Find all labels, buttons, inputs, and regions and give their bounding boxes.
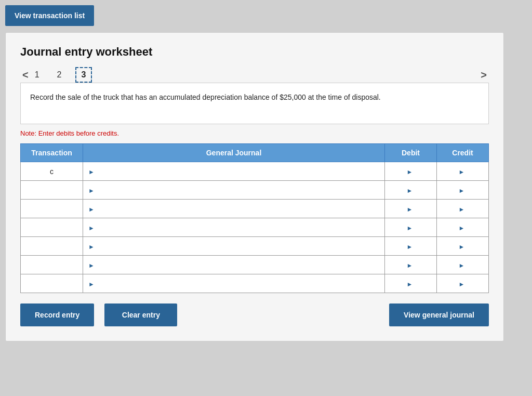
clear-entry-button[interactable]: Clear entry: [104, 303, 177, 326]
journal-cell[interactable]: ►: [83, 218, 385, 237]
tab-1[interactable]: 1: [31, 68, 44, 82]
view-general-journal-button[interactable]: View general journal: [389, 303, 489, 326]
transaction-cell[interactable]: [21, 237, 83, 256]
tab-3[interactable]: 3: [75, 67, 92, 83]
transaction-cell[interactable]: c: [21, 162, 83, 181]
view-transaction-button[interactable]: View transaction list: [5, 5, 94, 26]
arrow-marker: ►: [407, 262, 413, 269]
credit-cell[interactable]: ►: [437, 256, 489, 274]
debit-cell[interactable]: ►: [385, 237, 437, 256]
credit-cell[interactable]: ►: [437, 181, 489, 200]
table-row: ►►►: [21, 274, 489, 293]
col-header-general-journal: General Journal: [83, 144, 385, 162]
journal-cell[interactable]: ►: [83, 200, 385, 218]
transaction-cell[interactable]: [21, 218, 83, 237]
journal-cell[interactable]: ►: [83, 162, 385, 181]
table-row: ►►►: [21, 237, 489, 256]
prev-tab-button[interactable]: <: [20, 69, 31, 81]
table-row: ►►►: [21, 200, 489, 218]
journal-cell[interactable]: ►: [83, 256, 385, 274]
arrow-marker: ►: [459, 187, 465, 194]
main-card: Journal entry worksheet < 1 2 3 > Record…: [5, 32, 504, 341]
worksheet-title: Journal entry worksheet: [20, 45, 489, 59]
arrow-marker: ►: [88, 168, 95, 176]
arrow-marker: ►: [88, 262, 95, 269]
debit-cell[interactable]: ►: [385, 218, 437, 237]
credit-cell[interactable]: ►: [437, 162, 489, 181]
table-row: ►►►: [21, 256, 489, 274]
description-box: Record the sale of the truck that has an…: [20, 83, 489, 124]
arrow-marker: ►: [88, 225, 95, 232]
arrow-marker: ►: [407, 281, 413, 288]
arrow-marker: ►: [407, 243, 413, 250]
journal-cell[interactable]: ►: [83, 274, 385, 293]
arrow-marker: ►: [459, 262, 465, 269]
debit-cell[interactable]: ►: [385, 274, 437, 293]
record-entry-button[interactable]: Record entry: [20, 303, 94, 326]
debit-cell[interactable]: ►: [385, 256, 437, 274]
tab-navigation: < 1 2 3 >: [20, 67, 489, 83]
table-row: c►►►: [21, 162, 489, 181]
arrow-marker: ►: [459, 168, 465, 176]
arrow-marker: ►: [459, 281, 465, 288]
arrow-marker: ►: [459, 225, 465, 232]
col-header-debit: Debit: [385, 144, 437, 162]
debit-cell[interactable]: ►: [385, 181, 437, 200]
tabs-area: 1 2 3: [31, 67, 479, 83]
journal-table: Transaction General Journal Debit Credit…: [20, 143, 489, 293]
transaction-cell[interactable]: [21, 274, 83, 293]
transaction-cell[interactable]: [21, 200, 83, 218]
debit-cell[interactable]: ►: [385, 200, 437, 218]
table-row: ►►►: [21, 181, 489, 200]
action-buttons: Record entry Clear entry View general jo…: [20, 303, 489, 326]
journal-cell[interactable]: ►: [83, 181, 385, 200]
debit-cell[interactable]: ►: [385, 162, 437, 181]
arrow-marker: ►: [88, 206, 95, 213]
arrow-marker: ►: [88, 187, 95, 194]
credit-cell[interactable]: ►: [437, 274, 489, 293]
next-tab-button[interactable]: >: [478, 69, 489, 81]
arrow-marker: ►: [88, 281, 95, 288]
transaction-cell[interactable]: [21, 256, 83, 274]
col-header-credit: Credit: [437, 144, 489, 162]
note-text: Note: Enter debits before credits.: [20, 129, 489, 137]
tab-2[interactable]: 2: [53, 68, 66, 82]
col-header-transaction: Transaction: [21, 144, 83, 162]
transaction-cell[interactable]: [21, 181, 83, 200]
arrow-marker: ►: [407, 225, 413, 232]
credit-cell[interactable]: ►: [437, 237, 489, 256]
arrow-marker: ►: [459, 243, 465, 250]
credit-cell[interactable]: ►: [437, 218, 489, 237]
journal-cell[interactable]: ►: [83, 237, 385, 256]
table-row: ►►►: [21, 218, 489, 237]
arrow-marker: ►: [88, 243, 95, 250]
arrow-marker: ►: [407, 187, 413, 194]
arrow-marker: ►: [407, 168, 413, 176]
arrow-marker: ►: [407, 206, 413, 213]
credit-cell[interactable]: ►: [437, 200, 489, 218]
arrow-marker: ►: [459, 206, 465, 213]
